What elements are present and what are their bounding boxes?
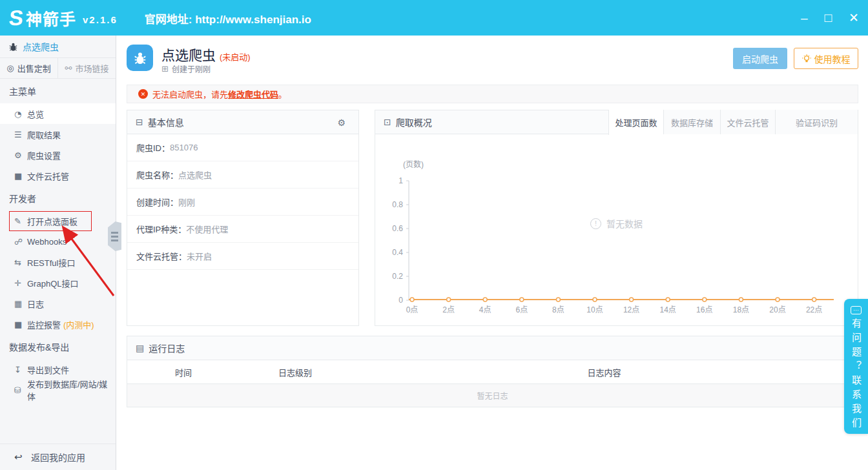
bug-icon <box>8 42 18 52</box>
crawler-title: 点选爬虫 <box>161 48 216 63</box>
titlebar: S 神箭手 v2.1.6 官网地址: http://www.shenjian.i… <box>0 0 868 36</box>
back-to-my-apps-button[interactable]: ↩ 返回我的应用 <box>0 444 116 470</box>
item-label: 导出到文件 <box>27 363 69 376</box>
overview-chart-svg: 00.20.40.60.81(页数)0点2点4点6点8点10点12点14点16点… <box>375 134 858 325</box>
row-value: 未开启 <box>187 250 212 262</box>
terminal-icon: ▤ <box>136 343 144 353</box>
chart-empty-state: ! 暂无数据 <box>375 217 858 230</box>
fix-code-link[interactable]: 修改爬虫代码 <box>228 88 278 100</box>
sidebar-item-overview[interactable]: ◔ 总览 <box>0 103 116 124</box>
item-label: 爬取结果 <box>27 128 61 141</box>
monitor-alarm-icon: ■ <box>14 320 27 329</box>
svg-text:0: 0 <box>398 296 403 305</box>
section-developer: 开发者 <box>0 186 116 210</box>
row-value: 不使用代理 <box>186 223 228 235</box>
alert-text: 无法启动爬虫，请先 <box>152 88 228 100</box>
site-address: 官网地址: http://www.shenjian.io <box>145 10 311 26</box>
start-crawler-button[interactable]: 启动爬虫 <box>733 48 787 69</box>
sidebar-crawler-name: 点选爬虫 <box>0 36 116 58</box>
folder-icon: ■ <box>14 171 27 181</box>
svg-text:12点: 12点 <box>623 305 639 314</box>
chart-area: 00.20.40.60.81(页数)0点2点4点6点8点10点12点14点16点… <box>375 134 858 325</box>
info-row-file-hosting: 文件云托管：未开启 <box>127 243 358 270</box>
chat-bubble-icon: ··· <box>851 306 862 314</box>
svg-text:0点: 0点 <box>406 305 418 314</box>
error-alert: ✕ 无法启动爬虫，请先修改爬虫代码。 <box>127 85 858 103</box>
sidebar-item-file-cloud-hosting[interactable]: ■ 文件云托管 <box>0 165 116 186</box>
item-label: 监控报警 <box>27 318 61 331</box>
folder-plus-icon: ⊞ <box>161 64 169 74</box>
sidebar-item-restful-api[interactable]: ⇆ RESTful接口 <box>0 252 116 272</box>
alert-text-suffix: 。 <box>278 88 287 100</box>
sidebar-item-crawl-results[interactable]: ☰ 爬取结果 <box>0 124 116 145</box>
row-value: 851076 <box>170 143 198 152</box>
row-label: 代理IP种类： <box>136 223 186 235</box>
market-link-label: 市场链接 <box>75 62 108 74</box>
market-link-button[interactable]: ⚯ 市场链接 <box>57 58 116 78</box>
info-circle-icon: ! <box>590 218 601 229</box>
tutorial-button[interactable]: 使用教程 <box>794 48 858 69</box>
svg-text:(页数): (页数) <box>403 159 424 169</box>
minimize-icon[interactable]: – <box>801 12 808 24</box>
basic-info-title: 基本信息 <box>148 116 184 128</box>
window-icon: ⊟ <box>136 117 143 127</box>
sidebar-item-export-to-file[interactable]: ↧ 导出到文件 <box>0 359 116 380</box>
row-label: 创建时间： <box>136 196 178 208</box>
sidebar-item-graphql-api[interactable]: ✛ GraphQL接口 <box>0 272 116 293</box>
app-version: v2.1.6 <box>83 14 118 25</box>
tab-database-storage[interactable]: 数据库存储 <box>663 110 720 134</box>
page-title: 点选爬虫(未启动) <box>161 45 251 64</box>
svg-text:1: 1 <box>398 176 403 185</box>
webhook-icon: ☍ <box>14 237 27 247</box>
link-icon: ⚯ <box>65 63 72 73</box>
sidebar-collapse-handle[interactable] <box>108 221 121 251</box>
sidebar-item-logs[interactable]: ▦ 日志 <box>0 293 116 314</box>
app-name: 神箭手 <box>26 6 76 30</box>
crawler-name-label[interactable]: 点选爬虫 <box>23 40 59 53</box>
rest-api-icon: ⇆ <box>14 258 27 267</box>
run-log-header: ▤ 运行日志 <box>127 336 858 360</box>
sidebar-item-webhooks[interactable]: ☍ Webhooks <box>0 231 116 252</box>
svg-text:0.8: 0.8 <box>392 200 403 209</box>
svg-text:2点: 2点 <box>442 305 455 314</box>
svg-text:18点: 18点 <box>733 305 749 314</box>
section-data-publish-export: 数据发布&导出 <box>0 334 116 359</box>
crawl-overview-title: 爬取概况 <box>396 116 432 128</box>
beta-badge: (内测中) <box>63 318 94 331</box>
maximize-icon[interactable]: □ <box>825 12 832 24</box>
item-label: 打开点选面板 <box>27 215 78 227</box>
sell-custom-button[interactable]: ◎ 出售定制 <box>0 58 57 78</box>
svg-text:6点: 6点 <box>515 305 528 314</box>
svg-text:22点: 22点 <box>806 305 822 314</box>
row-value: 点选爬虫 <box>178 169 212 181</box>
row-label: 爬虫名称： <box>136 169 178 181</box>
tab-file-cloud-hosting[interactable]: 文件云托管 <box>720 110 775 134</box>
col-level: 日志级别 <box>240 366 351 378</box>
calendar-icon: ▦ <box>14 299 27 309</box>
tab-processed-pages[interactable]: 处理页面数 <box>608 110 663 135</box>
sidebar-item-crawler-settings[interactable]: ⚙ 爬虫设置 <box>0 145 116 165</box>
sidebar: 点选爬虫 ◎ 出售定制 ⚯ 市场链接 主菜单 ◔ 总览 ☰ 爬取结果 ⚙ 爬虫设… <box>0 36 116 470</box>
item-label: 文件云托管 <box>27 170 69 182</box>
sidebar-item-open-click-panel[interactable]: ✎ 打开点选面板 <box>0 210 116 231</box>
sidebar-item-monitor-alarm[interactable]: ■ 监控报警 (内测中) <box>0 314 116 334</box>
svg-text:20点: 20点 <box>769 305 785 314</box>
item-label: GraphQL接口 <box>27 277 78 289</box>
sell-custom-label: 出售定制 <box>17 62 51 74</box>
sidebar-item-publish-to-db[interactable]: ⛁ 发布到数据库/网站/媒体 <box>0 380 116 400</box>
window-controls: – □ ✕ <box>801 0 859 36</box>
svg-text:4点: 4点 <box>479 305 491 314</box>
settings-gear-icon[interactable]: ⚙ <box>337 110 346 134</box>
log-table-header: 时间 日志级别 日志内容 <box>127 360 858 384</box>
empty-data-label: 暂无数据 <box>606 217 643 230</box>
col-content: 日志内容 <box>351 366 858 378</box>
tab-captcha-recognition[interactable]: 验证码识别 <box>775 110 858 134</box>
close-icon[interactable]: ✕ <box>849 12 859 24</box>
svg-text:16点: 16点 <box>696 305 712 314</box>
created-time: ⊞ 创建于刚刚 <box>161 63 211 74</box>
contact-us-button[interactable]: ··· 有问题？联系我们 <box>844 299 868 434</box>
back-label: 返回我的应用 <box>31 451 85 464</box>
sidebar-top-buttons: ◎ 出售定制 ⚯ 市场链接 <box>0 58 116 79</box>
certificate-icon: ◎ <box>6 63 14 73</box>
created-label: 创建于刚刚 <box>172 63 211 74</box>
